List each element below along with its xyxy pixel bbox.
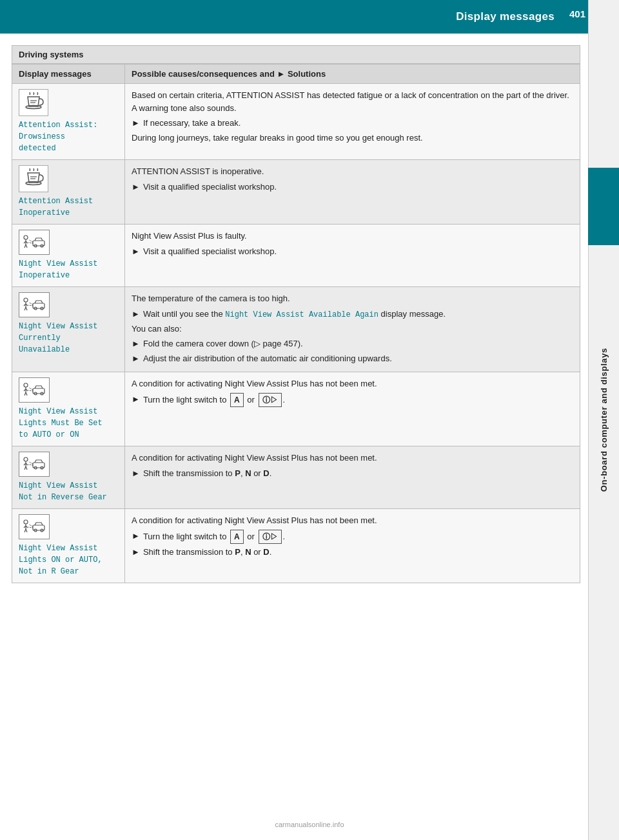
sidebar-accent (588, 168, 619, 245)
solution-arrow-item: ► Adjust the air distribution of the aut… (132, 352, 573, 365)
table-row: Attention Assist:DrowsinessdetectedBased… (12, 84, 580, 160)
table-row: Night View AssistLights Must Be Setto AU… (12, 372, 580, 446)
section-header: Driving systems (12, 45, 580, 64)
table-row: Night View AssistNot in Reverse GearA co… (12, 446, 580, 509)
msg-label: Night View Assist (19, 480, 118, 492)
msg-label: to AUTO or ON (19, 429, 118, 441)
svg-line-27 (28, 305, 33, 306)
msg-label: Night View Assist (19, 258, 118, 270)
solution-text: The temperature of the camera is too hig… (132, 292, 573, 305)
display-cell: Night View AssistCurrentlyUnavailable (12, 287, 125, 372)
msg-label: Night View Assist (19, 321, 118, 332)
solution-cell: ATTENTION ASSIST is inoperative. ► Visit… (125, 160, 580, 225)
display-cell: Night View AssistLights ON or AUTO,Not i… (12, 509, 125, 583)
svg-line-60 (28, 527, 33, 528)
attention-assist-icon (19, 165, 48, 192)
msg-label: detected (19, 143, 118, 154)
solution-cell: A condition for activating Night View As… (125, 372, 580, 446)
page-number: 401 (569, 8, 585, 19)
svg-point-50 (24, 520, 28, 524)
table-row: Night View AssistCurrentlyUnavailableThe… (12, 287, 580, 372)
arrow-text: Shift the transmission to P, N or D. (143, 467, 271, 480)
svg-line-11 (26, 245, 27, 248)
msg-label: Inoperative (19, 207, 118, 219)
msg-label: Night View Assist (19, 406, 118, 417)
svg-line-16 (28, 243, 33, 243)
display-cell: Attention AssistInoperative (12, 160, 125, 225)
svg-point-3 (26, 182, 41, 185)
solution-arrow-key: ► Turn the light switch to A or ⓘ▷. (132, 530, 573, 544)
arrow-text: Visit a qualified specialist workshop. (143, 245, 277, 258)
svg-line-48 (29, 462, 33, 464)
key-box-b: ⓘ▷ (259, 530, 282, 544)
solution-text: A condition for activating Night View As… (132, 514, 573, 527)
msg-label: Attention Assist (19, 195, 118, 207)
header-bar: Display messages (0, 0, 619, 34)
col1-header: Display messages (12, 65, 125, 84)
solution-text: During long journeys, take regular break… (132, 132, 573, 145)
night-view-assist-icon (19, 377, 50, 403)
msg-label: Currently (19, 332, 118, 344)
svg-line-37 (29, 388, 33, 390)
header-title: Display messages (456, 10, 555, 23)
table-row: Night View AssistLights ON or AUTO,Not i… (12, 509, 580, 583)
svg-point-28 (24, 383, 28, 387)
arrow-text: Turn the light switch to A or ⓘ▷. (143, 393, 285, 407)
solution-text: A condition for activating Night View As… (132, 377, 573, 390)
col2-header: Possible causes/consequences and ► Solut… (125, 65, 580, 84)
arrow-text: Fold the camera cover down (▷ page 457). (143, 337, 303, 350)
arrow-text: If necessary, take a break. (143, 117, 241, 130)
solution-arrow-item: ► Visit a qualified specialist workshop. (132, 245, 573, 258)
key-box-a: A (230, 530, 244, 544)
msg-label: Night View Assist (19, 543, 118, 554)
arrow-text: Wait until you see the Night View Assist… (143, 308, 446, 321)
sidebar-label: On-board computer and displays (599, 348, 609, 492)
display-cell: Night View AssistInoperative (12, 225, 125, 287)
msg-label: Lights ON or AUTO, (19, 554, 118, 566)
solution-cell: The temperature of the camera is too hig… (125, 287, 580, 372)
svg-line-33 (26, 392, 27, 395)
solution-text: Based on certain criteria, ATTENTION ASS… (132, 89, 573, 114)
msg-label: Not in Reverse Gear (19, 492, 118, 503)
solution-arrow-item: ► Fold the camera cover down (▷ page 457… (132, 337, 573, 350)
arrow-icon: ► (132, 352, 140, 365)
svg-point-17 (24, 298, 28, 302)
solution-text: ATTENTION ASSIST is inoperative. (132, 165, 573, 178)
msg-label: Drowsiness (19, 131, 118, 143)
solution-cell: Based on certain criteria, ATTENTION ASS… (125, 84, 580, 160)
solution-arrow-teal: ► Wait until you see the Night View Assi… (132, 308, 573, 321)
svg-point-6 (24, 235, 28, 239)
solution-arrow-bold: ► Shift the transmission to P, N or D. (132, 467, 573, 480)
solution-text: A condition for activating Night View As… (132, 452, 573, 465)
arrow-icon: ► (132, 117, 140, 130)
svg-line-49 (28, 465, 33, 465)
svg-line-55 (26, 529, 27, 532)
svg-line-44 (26, 466, 27, 470)
arrow-text: Shift the transmission to P, N or D. (143, 546, 271, 559)
arrow-icon: ► (132, 530, 140, 543)
solution-cell: A condition for activating Night View As… (125, 446, 580, 509)
table-row: Attention AssistInoperativeATTENTION ASS… (12, 160, 580, 225)
svg-point-0 (26, 106, 41, 109)
svg-line-26 (29, 303, 33, 305)
msg-label: Not in R Gear (19, 566, 118, 577)
table-row: Night View AssistInoperativeNight View A… (12, 225, 580, 287)
display-cell: Attention Assist:Drowsinessdetected (12, 84, 125, 160)
night-view-assist-icon (19, 292, 50, 317)
solution-arrow-item: ► If necessary, take a break. (132, 117, 573, 130)
night-view-assist-icon (19, 230, 50, 255)
svg-line-38 (28, 390, 33, 391)
svg-line-15 (29, 240, 33, 242)
solution-arrow-bold: ► Shift the transmission to P, N or D. (132, 546, 573, 559)
solution-arrow-item: ► Visit a qualified specialist workshop. (132, 181, 573, 194)
attention-assist-icon (19, 89, 48, 116)
svg-line-22 (26, 307, 27, 310)
arrow-text: Adjust the air distribution of the autom… (143, 352, 392, 365)
arrow-icon: ► (132, 181, 140, 194)
msg-label: Lights Must Be Set (19, 417, 118, 429)
msg-label: Attention Assist: (19, 119, 118, 131)
arrow-icon: ► (132, 245, 140, 258)
arrow-icon: ► (132, 546, 140, 559)
arrow-text: Turn the light switch to A or ⓘ▷. (143, 530, 285, 544)
driving-systems-table: Display messages Possible causes/consequ… (12, 64, 580, 583)
